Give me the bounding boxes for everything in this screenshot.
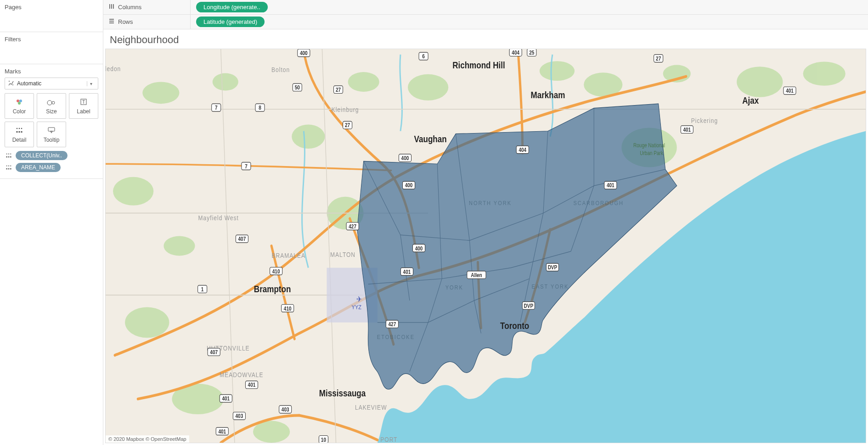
shelf-label-text: Columns bbox=[118, 4, 141, 11]
svg-rect-13 bbox=[19, 131, 20, 133]
svg-point-47 bbox=[125, 307, 169, 338]
label-icon: T bbox=[80, 97, 87, 106]
svg-point-16 bbox=[6, 153, 7, 154]
pages-panel[interactable]: Pages bbox=[0, 0, 103, 32]
svg-text:LAKEVIEW: LAKEVIEW bbox=[355, 404, 387, 412]
svg-text:Richmond Hill: Richmond Hill bbox=[452, 60, 505, 70]
svg-rect-27 bbox=[10, 168, 11, 170]
detail-icon bbox=[5, 165, 13, 170]
svg-text:7: 7 bbox=[215, 105, 218, 111]
svg-point-40 bbox=[540, 61, 575, 81]
svg-text:401: 401 bbox=[607, 183, 614, 189]
svg-rect-25 bbox=[6, 168, 7, 170]
mark-type-dropdown[interactable]: Automatic ▾ bbox=[5, 78, 98, 89]
svg-point-22 bbox=[6, 165, 7, 166]
mark-card-color[interactable]: Color bbox=[5, 93, 34, 119]
svg-rect-31 bbox=[109, 19, 114, 20]
columns-shelf[interactable]: Columns Longitude (generate.. bbox=[103, 0, 868, 15]
map-svg[interactable]: ✈ YYZ bbox=[106, 49, 866, 443]
svg-text:6: 6 bbox=[422, 53, 425, 59]
mark-field-list: COLLECT(Univ.. AREA_NAME bbox=[5, 151, 98, 172]
svg-text:Markham: Markham bbox=[530, 90, 565, 100]
mark-card-tooltip[interactable]: Tooltip bbox=[37, 122, 66, 147]
mark-field-row[interactable]: COLLECT(Univ.. bbox=[5, 151, 98, 160]
svg-text:YYZ: YYZ bbox=[352, 304, 362, 311]
svg-point-3 bbox=[19, 100, 22, 102]
svg-text:Vaughan: Vaughan bbox=[414, 134, 447, 144]
svg-text:EAST YORK: EAST YORK bbox=[532, 283, 569, 290]
svg-point-4 bbox=[18, 102, 21, 105]
svg-text:404: 404 bbox=[512, 50, 520, 56]
svg-rect-20 bbox=[8, 156, 10, 158]
svg-point-24 bbox=[10, 165, 11, 166]
svg-rect-21 bbox=[10, 156, 11, 158]
svg-text:Mayfield West: Mayfield West bbox=[198, 214, 239, 222]
columns-shelf-label: Columns bbox=[103, 0, 191, 14]
svg-text:Rouge National: Rouge National bbox=[633, 143, 665, 149]
svg-rect-29 bbox=[111, 4, 112, 9]
svg-point-18 bbox=[10, 153, 11, 154]
svg-point-0 bbox=[9, 81, 10, 82]
mark-card-label[interactable]: T Label bbox=[69, 93, 98, 119]
detail-icon bbox=[5, 153, 13, 158]
svg-rect-14 bbox=[21, 131, 23, 133]
mark-card-size[interactable]: Size bbox=[37, 93, 66, 119]
rows-icon bbox=[109, 18, 114, 25]
worksheet-area: Columns Longitude (generate.. Rows Latit… bbox=[103, 0, 868, 445]
svg-point-5 bbox=[47, 100, 52, 105]
shelf-label-text: Rows bbox=[118, 18, 133, 25]
svg-rect-32 bbox=[109, 21, 114, 22]
svg-point-10 bbox=[19, 128, 20, 129]
svg-text:427: 427 bbox=[389, 321, 396, 327]
color-icon bbox=[15, 97, 23, 106]
map-attribution: © 2020 Mapbox © OpenStreetMap bbox=[106, 435, 189, 443]
svg-text:410: 410 bbox=[284, 306, 292, 312]
svg-text:27: 27 bbox=[345, 122, 350, 128]
svg-rect-12 bbox=[17, 131, 18, 133]
svg-text:Ajax: Ajax bbox=[742, 95, 759, 106]
rows-shelf-label: Rows bbox=[103, 15, 191, 29]
svg-point-45 bbox=[113, 177, 153, 206]
svg-point-11 bbox=[21, 128, 23, 129]
svg-text:401: 401 bbox=[218, 428, 226, 434]
mark-field-pill[interactable]: AREA_NAME bbox=[16, 163, 61, 172]
mark-field-pill[interactable]: COLLECT(Univ.. bbox=[16, 151, 68, 160]
rows-shelf-body[interactable]: Latitude (generated) bbox=[191, 17, 868, 27]
map-viewport[interactable]: ✈ YYZ bbox=[105, 49, 866, 443]
svg-point-44 bbox=[803, 61, 845, 85]
svg-rect-15 bbox=[48, 128, 55, 131]
filters-panel[interactable]: Filters bbox=[0, 32, 103, 64]
svg-text:MEADOWVALE: MEADOWVALE bbox=[220, 371, 263, 378]
mark-card-label: Detail bbox=[12, 137, 27, 143]
mark-field-row[interactable]: AREA_NAME bbox=[5, 163, 98, 172]
svg-text:10: 10 bbox=[321, 437, 326, 443]
svg-point-35 bbox=[142, 82, 179, 104]
svg-text:401: 401 bbox=[786, 88, 794, 94]
svg-text:Bolton: Bolton bbox=[271, 66, 290, 73]
svg-rect-26 bbox=[8, 168, 10, 170]
svg-text:407: 407 bbox=[210, 349, 218, 355]
svg-text:Allen: Allen bbox=[471, 272, 482, 278]
svg-point-43 bbox=[737, 67, 783, 97]
svg-rect-28 bbox=[109, 4, 110, 9]
columns-pill[interactable]: Longitude (generate.. bbox=[196, 2, 268, 12]
chevron-down-icon: ▾ bbox=[87, 81, 95, 86]
filters-title: Filters bbox=[5, 36, 98, 43]
svg-text:Toronto: Toronto bbox=[500, 321, 529, 331]
svg-text:27: 27 bbox=[336, 87, 341, 93]
svg-text:YORK: YORK bbox=[445, 284, 463, 291]
mark-card-detail[interactable]: Detail bbox=[5, 122, 34, 147]
svg-text:T: T bbox=[82, 100, 85, 105]
marks-title: Marks bbox=[5, 68, 98, 75]
svg-text:MALTON: MALTON bbox=[330, 251, 355, 258]
columns-icon bbox=[109, 4, 114, 11]
columns-shelf-body[interactable]: Longitude (generate.. bbox=[191, 2, 868, 12]
app-root: Pages Filters Marks Automatic ▾ bbox=[0, 0, 868, 445]
mark-card-label: Color bbox=[13, 108, 26, 115]
svg-point-46 bbox=[163, 236, 195, 256]
svg-text:401: 401 bbox=[403, 269, 411, 275]
rows-shelf[interactable]: Rows Latitude (generated) bbox=[103, 15, 868, 29]
rows-pill[interactable]: Latitude (generated) bbox=[196, 17, 265, 27]
mark-type-label: Automatic bbox=[17, 80, 41, 87]
viz-title[interactable]: Neighbourhood bbox=[103, 29, 868, 49]
